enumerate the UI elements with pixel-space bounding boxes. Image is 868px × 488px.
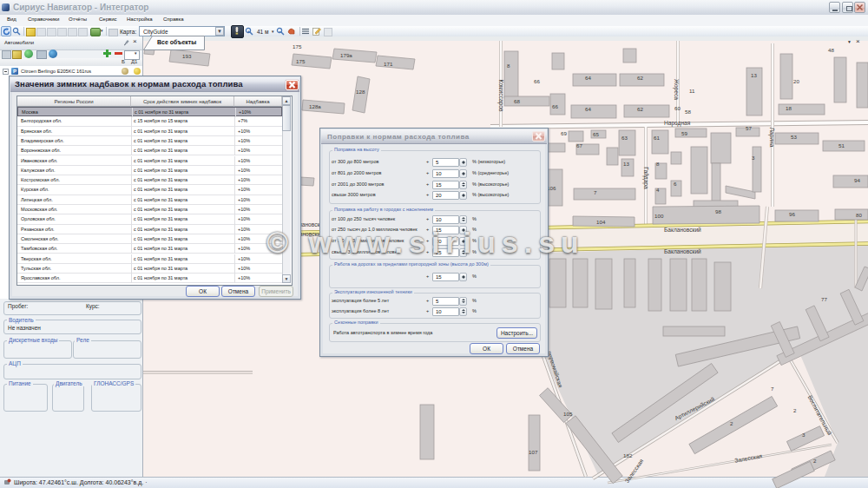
svg-text:Баклановский: Баклановский (664, 248, 701, 254)
svg-text:64: 64 (585, 75, 591, 81)
svg-text:182: 182 (623, 452, 633, 458)
svg-text:62: 62 (637, 106, 643, 112)
svg-text:65: 65 (593, 131, 599, 137)
svg-text:67: 67 (576, 142, 582, 148)
svg-text:Жореса: Жореса (673, 79, 680, 100)
svg-text:3: 3 (752, 155, 755, 161)
svg-text:171: 171 (384, 61, 393, 67)
svg-text:6: 6 (674, 181, 677, 187)
svg-text:68: 68 (514, 98, 520, 104)
svg-text:Баклановский: Баклановский (664, 227, 701, 233)
svg-text:Гайдара: Гайдара (642, 167, 649, 189)
svg-text:11: 11 (689, 88, 695, 94)
svg-text:8: 8 (507, 63, 510, 69)
svg-text:128а: 128а (309, 103, 321, 109)
svg-text:66: 66 (534, 78, 540, 84)
svg-text:2: 2 (793, 407, 797, 413)
svg-text:98: 98 (715, 208, 721, 214)
svg-text:63: 63 (621, 135, 628, 141)
svg-text:3: 3 (802, 432, 806, 438)
svg-text:2: 2 (730, 420, 733, 426)
svg-text:61: 61 (654, 135, 660, 141)
svg-text:57: 57 (746, 125, 752, 131)
svg-text:Комиссаров: Комиссаров (497, 80, 504, 112)
svg-text:13: 13 (751, 72, 757, 78)
svg-text:59: 59 (681, 130, 687, 136)
svg-text:8: 8 (656, 161, 660, 167)
svg-text:7: 7 (771, 386, 774, 392)
svg-text:7: 7 (594, 189, 597, 195)
svg-text:64: 64 (585, 106, 591, 112)
svg-text:193: 193 (182, 53, 192, 59)
svg-text:104: 104 (596, 219, 606, 225)
svg-text:94: 94 (854, 177, 860, 183)
svg-text:62: 62 (637, 75, 643, 81)
svg-text:80: 80 (856, 212, 862, 218)
svg-text:179а: 179а (340, 52, 352, 58)
svg-text:77: 77 (821, 296, 827, 302)
svg-text:105: 105 (563, 411, 573, 417)
svg-text:Народная: Народная (664, 120, 691, 127)
svg-text:175: 175 (296, 58, 306, 64)
svg-text:2: 2 (813, 458, 817, 464)
svg-text:128: 128 (356, 89, 365, 95)
svg-text:48: 48 (828, 47, 834, 53)
svg-text:107: 107 (529, 449, 538, 455)
svg-text:4: 4 (656, 187, 660, 193)
svg-text:58: 58 (685, 109, 691, 115)
svg-text:69: 69 (561, 130, 567, 136)
svg-text:100: 100 (654, 213, 664, 219)
svg-text:66: 66 (552, 103, 558, 109)
svg-text:60: 60 (674, 105, 681, 111)
svg-text:53: 53 (791, 134, 797, 140)
svg-text:Ларина: Ларина (768, 128, 775, 148)
svg-text:175: 175 (293, 43, 302, 49)
svg-text:51: 51 (838, 142, 845, 148)
svg-text:20: 20 (793, 78, 799, 84)
svg-text:96: 96 (789, 211, 795, 217)
svg-text:18: 18 (786, 105, 792, 111)
svg-text:13: 13 (623, 161, 629, 167)
